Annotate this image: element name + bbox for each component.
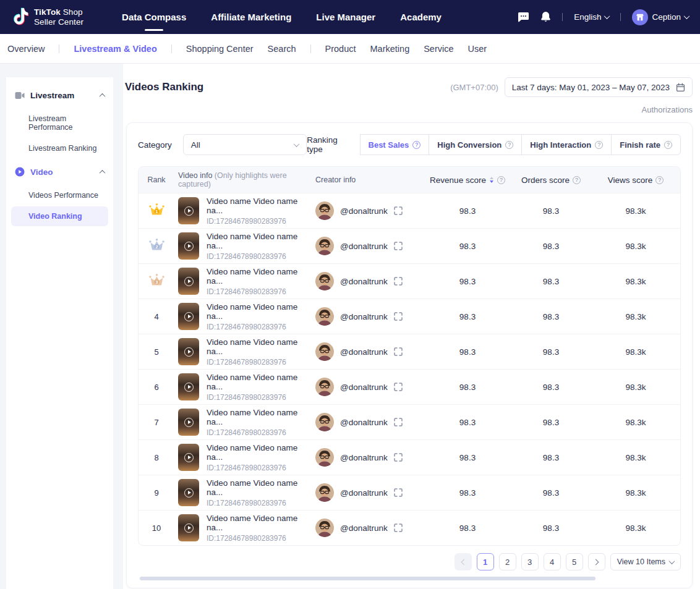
video-name[interactable]: Video name Video name na... <box>207 267 308 286</box>
video-name[interactable]: Video name Video name na... <box>207 197 308 215</box>
rank-cell: 1 <box>139 203 174 219</box>
orders-score-cell: 98.3 <box>511 312 591 321</box>
horizontal-scrollbar-thumb[interactable] <box>140 577 595 580</box>
expand-icon[interactable] <box>394 418 403 426</box>
video-thumbnail[interactable] <box>178 409 199 436</box>
tiktok-note-icon <box>11 7 30 28</box>
page-button-5[interactable]: 5 <box>566 553 583 570</box>
video-thumbnail[interactable] <box>178 268 199 295</box>
subnav-item[interactable]: Service <box>424 44 453 54</box>
help-icon[interactable]: ? <box>497 176 505 184</box>
ranking-type-button[interactable]: High Interaction? <box>521 134 612 155</box>
next-page-button[interactable] <box>588 553 605 570</box>
creator-handle[interactable]: @donaltrunk <box>340 347 388 357</box>
creator-handle[interactable]: @donaltrunk <box>340 277 388 286</box>
help-icon[interactable]: ? <box>505 141 513 149</box>
video-name[interactable]: Video name Video name na... <box>207 443 308 462</box>
top-nav-item[interactable]: Data Compass <box>122 8 186 26</box>
top-nav-item[interactable]: Affiliate Marketing <box>211 8 291 26</box>
video-name[interactable]: Video name Video name na... <box>207 232 308 250</box>
account-menu[interactable]: Ception <box>632 9 689 25</box>
subnav-item[interactable]: Product <box>325 44 356 54</box>
subnav-item[interactable]: Livestream & Video <box>74 44 156 54</box>
help-icon[interactable]: ? <box>655 176 664 184</box>
creator-handle[interactable]: @donaltrunk <box>340 206 388 216</box>
video-thumbnail[interactable] <box>178 479 199 506</box>
sidebar-item-videos-performance[interactable]: Videos Performance <box>11 185 108 205</box>
expand-icon[interactable] <box>394 383 403 391</box>
ranking-type-label: Ranking type <box>307 135 350 154</box>
page-button-1[interactable]: 1 <box>477 553 494 570</box>
subnav-item[interactable]: Shopping Center <box>186 44 254 54</box>
top-nav-item[interactable]: Academy <box>400 8 442 26</box>
top-navbar: TikTok Shop Seller Center Data CompassAf… <box>0 0 700 34</box>
video-thumbnail[interactable] <box>178 373 199 400</box>
page-button-2[interactable]: 2 <box>499 553 516 570</box>
sidebar-section-video[interactable]: Video <box>6 159 113 184</box>
video-thumbnail[interactable] <box>178 338 199 365</box>
video-thumbnail[interactable] <box>178 197 199 224</box>
creator-handle[interactable]: @donaltrunk <box>340 242 388 251</box>
help-icon[interactable]: ? <box>573 176 581 184</box>
subnav-item[interactable]: Search <box>268 44 296 54</box>
bell-icon[interactable] <box>540 11 551 23</box>
chat-icon[interactable] <box>518 12 529 23</box>
prev-page-button[interactable] <box>455 553 472 570</box>
rank-cell: 10 <box>139 522 174 533</box>
expand-icon[interactable] <box>394 453 403 462</box>
play-icon <box>184 383 194 392</box>
help-icon[interactable]: ? <box>412 141 420 149</box>
views-score-cell: 98.3k <box>591 347 680 357</box>
ranking-type-button[interactable]: High Conversion? <box>429 134 522 155</box>
expand-icon[interactable] <box>394 347 403 356</box>
top-nav-item[interactable]: Live Manager <box>316 8 375 26</box>
video-thumbnail[interactable] <box>178 444 199 471</box>
video-name[interactable]: Video name Video name na... <box>207 302 308 321</box>
date-range-picker[interactable]: Last 7 days: May 01, 2023 – May 07, 2023 <box>505 77 693 97</box>
creator-handle[interactable]: @donaltrunk <box>340 312 388 321</box>
video-name[interactable]: Video name Video name na... <box>207 408 308 426</box>
authorizations-link[interactable]: Authorizations <box>642 105 693 114</box>
page-button-4[interactable]: 4 <box>544 553 561 570</box>
creator-handle[interactable]: @donaltrunk <box>340 523 388 533</box>
expand-icon[interactable] <box>394 312 403 321</box>
subnav-item[interactable]: User <box>468 44 487 54</box>
revenue-score-cell: 98.3 <box>424 453 511 462</box>
video-thumbnail[interactable] <box>178 303 199 330</box>
orders-score-cell: 98.3 <box>511 277 591 286</box>
video-thumbnail[interactable] <box>178 514 199 541</box>
svg-text:3: 3 <box>155 279 158 285</box>
subnav-item[interactable]: Marketing <box>370 44 410 54</box>
expand-icon[interactable] <box>394 523 403 532</box>
video-name[interactable]: Video name Video name na... <box>207 478 308 497</box>
video-name[interactable]: Video name Video name na... <box>207 514 308 532</box>
subnav-item[interactable]: Overview <box>7 44 45 54</box>
creator-avatar <box>315 307 334 326</box>
page-size-select[interactable]: View 10 Items <box>610 553 681 570</box>
ranking-type-button[interactable]: Finish rate? <box>611 134 681 155</box>
sort-icon[interactable] <box>490 177 493 183</box>
sidebar-item-livestream-ranking[interactable]: Livestream Ranking <box>11 138 108 158</box>
tiktok-shop-logo[interactable]: TikTok Shop Seller Center <box>11 7 83 28</box>
video-name[interactable]: Video name Video name na... <box>207 337 308 356</box>
creator-handle[interactable]: @donaltrunk <box>340 488 388 498</box>
expand-icon[interactable] <box>394 242 403 250</box>
creator-handle[interactable]: @donaltrunk <box>340 453 388 462</box>
creator-handle[interactable]: @donaltrunk <box>340 418 388 427</box>
sidebar-section-livestream[interactable]: Livestream <box>6 83 113 108</box>
creator-handle[interactable]: @donaltrunk <box>340 383 388 392</box>
sidebar-item-video-ranking[interactable]: Video Ranking <box>11 206 108 226</box>
help-icon[interactable]: ? <box>664 141 672 149</box>
ranking-type-button[interactable]: Best Sales? <box>360 134 430 155</box>
expand-icon[interactable] <box>394 488 403 497</box>
page-button-3[interactable]: 3 <box>521 553 539 570</box>
sidebar-item-livestream-performance[interactable]: Livestream Performance <box>11 109 108 137</box>
language-selector[interactable]: English <box>574 12 609 22</box>
expand-icon[interactable] <box>394 277 403 286</box>
expand-icon[interactable] <box>394 206 403 215</box>
video-thumbnail[interactable] <box>178 232 199 260</box>
help-icon[interactable]: ? <box>595 141 603 149</box>
video-name[interactable]: Video name Video name na... <box>207 373 308 391</box>
category-select[interactable]: All <box>183 134 307 155</box>
table-row: 1Video name Video name na...ID:172846789… <box>139 193 680 228</box>
